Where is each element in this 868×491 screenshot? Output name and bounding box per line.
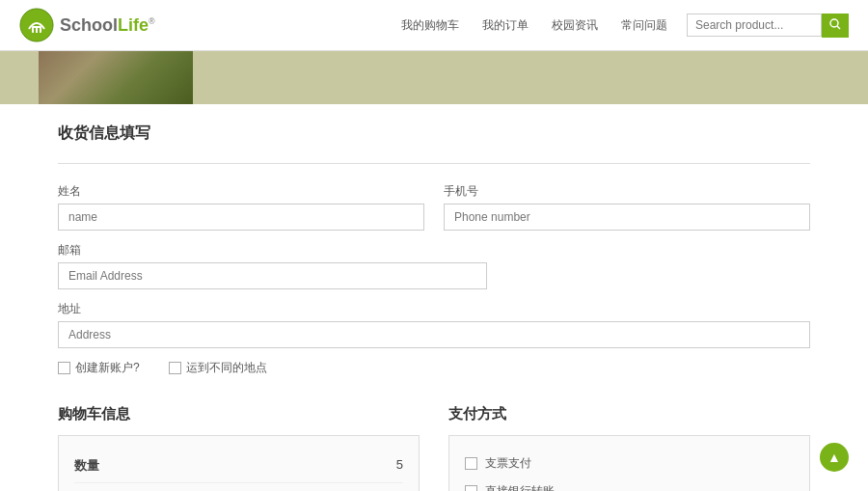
payment-checkbox-1 [465, 485, 477, 491]
cart-info-box: 数量 5 小计 $44.0 [58, 435, 420, 491]
cart-section-title: 购物车信息 [58, 405, 420, 423]
payment-section-title: 支付方式 [448, 405, 810, 423]
different-shipping-box [169, 362, 181, 374]
banner [0, 51, 868, 104]
payment-box: 支票支付 直接银行转账 货到付款 [448, 435, 810, 491]
address-row: 地址 [58, 301, 810, 348]
search-icon [829, 18, 841, 30]
phone-input[interactable] [444, 204, 810, 231]
different-shipping-checkbox[interactable]: 运到不同的地点 [169, 360, 267, 376]
search-area [687, 14, 849, 38]
checkbox-row: 创建新账户? 运到不同的地点 [58, 360, 810, 376]
svg-rect-2 [34, 28, 36, 33]
name-group: 姓名 [58, 183, 424, 231]
search-input[interactable] [687, 14, 822, 37]
email-input[interactable] [58, 262, 487, 289]
email-group: 邮箱 [58, 242, 487, 289]
different-shipping-label: 运到不同的地点 [186, 360, 267, 376]
svg-rect-3 [38, 28, 40, 33]
phone-group: 手机号 [444, 183, 810, 231]
svg-rect-1 [32, 26, 41, 33]
create-account-label: 创建新账户? [75, 360, 140, 376]
phone-label: 手机号 [444, 183, 810, 200]
nav-faq[interactable]: 常问问题 [621, 17, 667, 34]
address-label: 地址 [58, 301, 810, 317]
create-account-box [58, 362, 70, 374]
name-phone-row: 姓名 手机号 [58, 183, 810, 231]
svg-point-4 [830, 19, 838, 27]
quantity-label: 数量 [74, 457, 99, 475]
main-content: 收货信息填写 姓名 手机号 邮箱 地址 [19, 104, 849, 491]
address-group: 地址 [58, 301, 810, 348]
email-row: 邮箱 [58, 242, 810, 289]
shipping-form-section: 收货信息填写 姓名 手机号 邮箱 地址 [58, 123, 810, 376]
payment-label-1: 直接银行转账 [485, 483, 555, 491]
scroll-top-icon: ▲ [827, 450, 841, 465]
create-account-checkbox[interactable]: 创建新账户? [58, 360, 140, 376]
payment-option-0[interactable]: 支票支付 [465, 450, 794, 477]
cart-row-subtotal: 小计 $44.0 [74, 483, 403, 491]
form-divider [58, 163, 810, 164]
nav-links: 我的购物车 我的订单 校园资讯 常问问题 [401, 17, 667, 34]
header: SchoolLife® 我的购物车 我的订单 校园资讯 常问问题 [0, 0, 868, 51]
scroll-top-button[interactable]: ▲ [820, 443, 849, 472]
payment-label-0: 支票支付 [485, 455, 531, 472]
email-label: 邮箱 [58, 242, 487, 259]
search-button[interactable] [822, 14, 849, 38]
svg-point-0 [20, 9, 53, 41]
cart-info: 购物车信息 数量 5 小计 $44.0 [58, 405, 420, 491]
cart-row-quantity: 数量 5 [74, 450, 403, 483]
payment-checkbox-0 [465, 457, 477, 470]
nav-news[interactable]: 校园资讯 [552, 17, 598, 34]
logo-text: SchoolLife® [60, 15, 155, 36]
banner-image [39, 51, 193, 104]
nav-orders[interactable]: 我的订单 [482, 17, 529, 34]
name-label: 姓名 [58, 183, 424, 200]
logo-area: SchoolLife® [19, 8, 212, 42]
form-section-title: 收货信息填写 [58, 123, 810, 148]
payment-option-1[interactable]: 直接银行转账 [465, 477, 794, 491]
svg-line-5 [837, 26, 840, 29]
nav-cart[interactable]: 我的购物车 [401, 17, 459, 34]
payment-info: 支付方式 支票支付 直接银行转账 货到付款 [448, 405, 810, 491]
logo-icon [19, 8, 54, 42]
bottom-section: 购物车信息 数量 5 小计 $44.0 支付方式 支票支付 [58, 405, 810, 491]
address-input[interactable] [58, 321, 810, 348]
quantity-value: 5 [396, 457, 403, 475]
name-input[interactable] [58, 204, 424, 231]
